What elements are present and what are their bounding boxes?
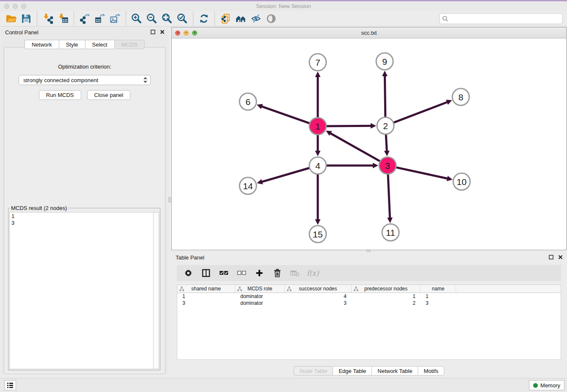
export-table-button[interactable] <box>92 12 107 25</box>
zoom-selected-button[interactable] <box>175 12 190 25</box>
edge-2-3[interactable] <box>384 133 390 156</box>
edge-1-2[interactable] <box>325 123 376 129</box>
edge-1-7[interactable] <box>315 72 321 119</box>
mcds-result-value: 1 <box>11 213 151 220</box>
cell-name[interactable]: 3 <box>421 300 456 306</box>
control-panel: Control Panel NetworkStyleSelectMCDS Opt… <box>1 27 168 374</box>
refresh-layout-button[interactable] <box>196 12 212 25</box>
tab-edge-table[interactable]: Edge Table <box>333 366 372 375</box>
edge-3-10[interactable] <box>395 167 453 181</box>
edge-2-9[interactable] <box>382 71 388 119</box>
cell-successor-nodes[interactable]: 4 <box>285 293 352 300</box>
toolbar-separator <box>126 12 126 25</box>
import-network-icon <box>42 13 53 24</box>
edge-3-1[interactable] <box>326 131 381 162</box>
node-6[interactable]: 6 <box>239 93 256 110</box>
cell-predecessor-nodes[interactable]: 2 <box>352 300 421 306</box>
import-table-button[interactable] <box>55 12 71 25</box>
add-column-button[interactable] <box>255 268 264 278</box>
svg-text:11: 11 <box>386 228 395 237</box>
copy-network-button[interactable] <box>218 12 233 25</box>
column-type-icon <box>179 287 184 291</box>
column-header-MCDS-role[interactable]: MCDS role <box>235 285 285 293</box>
node-1[interactable]: 1 <box>309 118 326 135</box>
cell-MCDS-role[interactable]: dominator <box>235 300 285 306</box>
show-columns-button[interactable] <box>201 268 211 278</box>
node-9[interactable]: 9 <box>376 53 393 70</box>
zoom-out-button[interactable] <box>144 12 160 25</box>
table-row[interactable]: 3dominator323 <box>177 300 561 306</box>
edge-2-8[interactable] <box>392 99 452 123</box>
node-7[interactable]: 7 <box>309 54 326 71</box>
tab-network-table[interactable]: Network Table <box>372 366 418 375</box>
show-graphics-details-button[interactable] <box>264 12 279 25</box>
hide-graphics-details-button[interactable] <box>248 12 264 25</box>
save-session-button[interactable] <box>19 12 34 25</box>
cell-successor-nodes[interactable]: 3 <box>285 300 352 306</box>
cell-predecessor-nodes[interactable]: 1 <box>352 293 421 300</box>
node-14[interactable]: 14 <box>239 177 256 194</box>
tab-style[interactable]: Style <box>59 40 85 49</box>
mcds-result-title: MCDS result (2 nodes) <box>10 205 68 211</box>
node-15[interactable]: 15 <box>309 226 326 243</box>
table-options-button[interactable] <box>184 268 193 278</box>
tab-network[interactable]: Network <box>25 40 59 49</box>
memory-button[interactable]: Memory <box>529 380 564 390</box>
tab-mcds[interactable]: MCDS <box>114 40 145 49</box>
zoom-selected-icon <box>177 13 188 24</box>
import-network-button[interactable] <box>40 12 55 25</box>
tab-motifs[interactable]: Motifs <box>418 366 444 375</box>
show-graphics-details-icon <box>266 13 277 24</box>
search-input[interactable] <box>439 13 563 24</box>
svg-text:4: 4 <box>315 161 320 171</box>
close-table-panel-icon[interactable] <box>557 254 563 260</box>
select-all-columns-button[interactable] <box>219 268 228 278</box>
first-neighbors-button[interactable] <box>233 12 248 25</box>
cell-shared-name[interactable]: 1 <box>177 293 235 300</box>
network-canvas[interactable]: 7968124314101511 <box>172 39 566 250</box>
cell-shared-name[interactable]: 3 <box>177 300 235 306</box>
tab-select[interactable]: Select <box>85 40 114 49</box>
edge-1-4[interactable] <box>315 133 321 156</box>
node-2[interactable]: 2 <box>377 117 394 134</box>
open-session-button[interactable] <box>3 12 19 25</box>
edge-4-14[interactable] <box>257 168 311 185</box>
horizontal-splitter-handle[interactable] <box>366 249 371 252</box>
zoom-fit-button[interactable] <box>160 12 175 25</box>
edge-1-6[interactable] <box>257 104 311 124</box>
mcds-result-list[interactable]: 13 <box>9 212 153 369</box>
unselect-all-columns-button[interactable] <box>237 268 246 278</box>
zoom-in-button[interactable] <box>129 12 144 25</box>
close-panel-button[interactable]: Close panel <box>87 90 131 100</box>
node-4[interactable]: 4 <box>309 157 326 174</box>
column-header-predecessor-nodes[interactable]: predecessor nodes <box>352 285 421 293</box>
delete-columns-button[interactable] <box>272 268 282 278</box>
node-3[interactable]: 3 <box>379 157 396 174</box>
column-header-shared-name[interactable]: shared name <box>177 285 235 293</box>
cell-name[interactable]: 1 <box>421 293 456 300</box>
close-panel-icon[interactable] <box>159 29 165 35</box>
control-panel-title: Control Panel <box>5 29 39 36</box>
float-table-panel-icon[interactable] <box>548 254 554 260</box>
export-image-button[interactable] <box>107 12 123 25</box>
table-row[interactable]: 1dominator411 <box>177 293 561 300</box>
result-scrollbar[interactable] <box>153 212 159 369</box>
main-toolbar <box>0 11 567 27</box>
vertical-splitter-handle[interactable] <box>168 197 171 202</box>
apply-function-button: f(x) <box>308 268 317 278</box>
edge-3-11[interactable] <box>387 173 393 223</box>
tab-node-table[interactable]: Node Table <box>294 366 333 375</box>
cell-MCDS-role[interactable]: dominator <box>235 293 285 300</box>
float-panel-icon[interactable] <box>150 29 156 35</box>
task-history-button[interactable] <box>4 380 16 390</box>
node-10[interactable]: 10 <box>453 173 470 190</box>
criterion-select[interactable]: strongly connected component <box>19 75 151 85</box>
node-11[interactable]: 11 <box>382 224 399 241</box>
run-mcds-button[interactable]: Run MCDS <box>39 90 81 100</box>
edge-4-15[interactable] <box>315 173 321 225</box>
node-8[interactable]: 8 <box>452 88 469 105</box>
edge-4-3[interactable] <box>325 163 378 168</box>
column-header-successor-nodes[interactable]: successor nodes <box>285 285 352 293</box>
export-network-button[interactable] <box>77 12 92 25</box>
column-header-name[interactable]: name <box>421 285 456 293</box>
